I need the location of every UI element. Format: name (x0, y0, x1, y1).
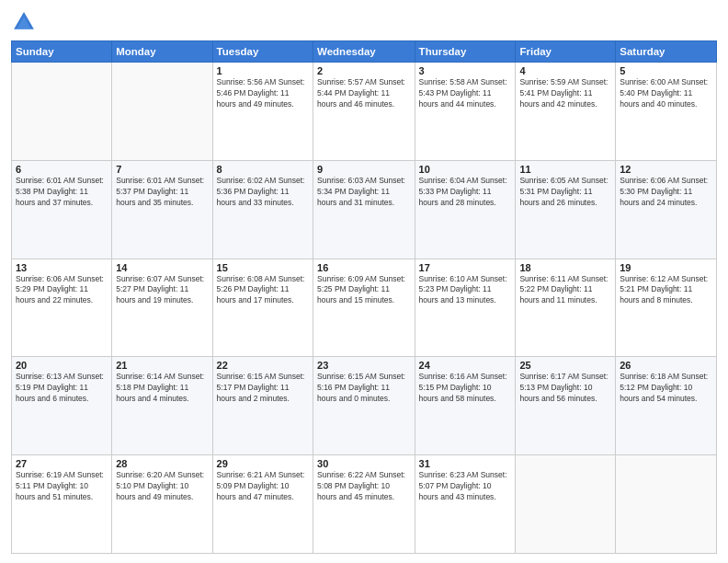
day-number: 17 (419, 262, 512, 273)
day-of-week-monday: Monday (112, 41, 212, 63)
day-number: 27 (16, 458, 108, 469)
day-info: Sunrise: 6:23 AM Sunset: 5:07 PM Dayligh… (419, 470, 512, 503)
calendar: SundayMondayTuesdayWednesdayThursdayFrid… (11, 40, 717, 554)
day-number: 20 (16, 360, 108, 371)
day-of-week-sunday: Sunday (12, 41, 112, 63)
day-cell: 24Sunrise: 6:16 AM Sunset: 5:15 PM Dayli… (415, 357, 516, 455)
day-cell: 25Sunrise: 6:17 AM Sunset: 5:13 PM Dayli… (516, 357, 616, 455)
day-cell: 7Sunrise: 6:01 AM Sunset: 5:37 PM Daylig… (112, 160, 212, 259)
day-of-week-saturday: Saturday (616, 41, 717, 63)
day-cell (516, 455, 616, 554)
day-cell: 9Sunrise: 6:03 AM Sunset: 5:34 PM Daylig… (313, 160, 415, 259)
week-row-5: 27Sunrise: 6:19 AM Sunset: 5:11 PM Dayli… (12, 455, 717, 554)
day-info: Sunrise: 6:11 AM Sunset: 5:22 PM Dayligh… (519, 274, 611, 307)
day-number: 5 (620, 65, 712, 76)
day-cell: 5Sunrise: 6:00 AM Sunset: 5:40 PM Daylig… (616, 63, 717, 161)
day-number: 11 (519, 164, 611, 175)
day-info: Sunrise: 6:04 AM Sunset: 5:33 PM Dayligh… (419, 176, 512, 209)
day-cell: 30Sunrise: 6:22 AM Sunset: 5:08 PM Dayli… (313, 455, 415, 554)
day-cell: 14Sunrise: 6:07 AM Sunset: 5:27 PM Dayli… (112, 259, 212, 357)
week-row-3: 13Sunrise: 6:06 AM Sunset: 5:29 PM Dayli… (12, 259, 717, 357)
day-number: 15 (217, 262, 309, 273)
day-number: 25 (519, 360, 611, 371)
logo-icon (11, 9, 37, 35)
day-info: Sunrise: 6:22 AM Sunset: 5:08 PM Dayligh… (317, 470, 411, 503)
day-info: Sunrise: 6:15 AM Sunset: 5:17 PM Dayligh… (217, 372, 309, 405)
day-number: 6 (16, 164, 108, 175)
day-info: Sunrise: 6:03 AM Sunset: 5:34 PM Dayligh… (317, 176, 411, 209)
day-number: 29 (217, 458, 309, 469)
day-info: Sunrise: 6:01 AM Sunset: 5:38 PM Dayligh… (16, 176, 108, 209)
day-number: 7 (116, 164, 208, 175)
day-number: 30 (317, 458, 411, 469)
day-cell: 6Sunrise: 6:01 AM Sunset: 5:38 PM Daylig… (12, 160, 112, 259)
logo (11, 9, 40, 35)
day-cell: 11Sunrise: 6:05 AM Sunset: 5:31 PM Dayli… (516, 160, 616, 259)
day-number: 23 (317, 360, 411, 371)
day-info: Sunrise: 6:20 AM Sunset: 5:10 PM Dayligh… (116, 470, 208, 503)
week-row-4: 20Sunrise: 6:13 AM Sunset: 5:19 PM Dayli… (12, 357, 717, 455)
day-number: 19 (620, 262, 712, 273)
day-info: Sunrise: 6:15 AM Sunset: 5:16 PM Dayligh… (317, 372, 411, 405)
header (11, 9, 717, 35)
day-cell: 8Sunrise: 6:02 AM Sunset: 5:36 PM Daylig… (212, 160, 313, 259)
day-info: Sunrise: 6:00 AM Sunset: 5:40 PM Dayligh… (620, 77, 712, 110)
day-cell: 22Sunrise: 6:15 AM Sunset: 5:17 PM Dayli… (212, 357, 313, 455)
day-info: Sunrise: 6:17 AM Sunset: 5:13 PM Dayligh… (519, 372, 611, 405)
day-cell: 3Sunrise: 5:58 AM Sunset: 5:43 PM Daylig… (415, 63, 516, 161)
day-cell (12, 63, 112, 161)
day-number: 18 (519, 262, 611, 273)
day-cell: 13Sunrise: 6:06 AM Sunset: 5:29 PM Dayli… (12, 259, 112, 357)
day-info: Sunrise: 5:57 AM Sunset: 5:44 PM Dayligh… (317, 77, 411, 110)
day-info: Sunrise: 6:12 AM Sunset: 5:21 PM Dayligh… (620, 274, 712, 307)
day-cell: 28Sunrise: 6:20 AM Sunset: 5:10 PM Dayli… (112, 455, 212, 554)
day-info: Sunrise: 6:16 AM Sunset: 5:15 PM Dayligh… (419, 372, 512, 405)
calendar-header-row: SundayMondayTuesdayWednesdayThursdayFrid… (12, 41, 717, 63)
day-of-week-wednesday: Wednesday (313, 41, 415, 63)
day-of-week-friday: Friday (516, 41, 616, 63)
day-info: Sunrise: 6:09 AM Sunset: 5:25 PM Dayligh… (317, 274, 411, 307)
week-row-1: 1Sunrise: 5:56 AM Sunset: 5:46 PM Daylig… (12, 63, 717, 161)
day-info: Sunrise: 5:56 AM Sunset: 5:46 PM Dayligh… (217, 77, 309, 110)
day-number: 14 (116, 262, 208, 273)
day-cell (616, 455, 717, 554)
day-cell: 17Sunrise: 6:10 AM Sunset: 5:23 PM Dayli… (415, 259, 516, 357)
day-number: 21 (116, 360, 208, 371)
day-cell: 19Sunrise: 6:12 AM Sunset: 5:21 PM Dayli… (616, 259, 717, 357)
day-info: Sunrise: 6:08 AM Sunset: 5:26 PM Dayligh… (217, 274, 309, 307)
day-number: 1 (217, 65, 309, 76)
day-cell: 27Sunrise: 6:19 AM Sunset: 5:11 PM Dayli… (12, 455, 112, 554)
week-row-2: 6Sunrise: 6:01 AM Sunset: 5:38 PM Daylig… (12, 160, 717, 259)
day-of-week-tuesday: Tuesday (212, 41, 313, 63)
day-info: Sunrise: 5:58 AM Sunset: 5:43 PM Dayligh… (419, 77, 512, 110)
day-cell: 18Sunrise: 6:11 AM Sunset: 5:22 PM Dayli… (516, 259, 616, 357)
day-number: 3 (419, 65, 512, 76)
day-info: Sunrise: 6:10 AM Sunset: 5:23 PM Dayligh… (419, 274, 512, 307)
day-number: 22 (217, 360, 309, 371)
day-cell (112, 63, 212, 161)
day-cell: 15Sunrise: 6:08 AM Sunset: 5:26 PM Dayli… (212, 259, 313, 357)
day-number: 9 (317, 164, 411, 175)
day-cell: 10Sunrise: 6:04 AM Sunset: 5:33 PM Dayli… (415, 160, 516, 259)
day-number: 28 (116, 458, 208, 469)
day-cell: 21Sunrise: 6:14 AM Sunset: 5:18 PM Dayli… (112, 357, 212, 455)
day-cell: 4Sunrise: 5:59 AM Sunset: 5:41 PM Daylig… (516, 63, 616, 161)
day-info: Sunrise: 6:14 AM Sunset: 5:18 PM Dayligh… (116, 372, 208, 405)
day-cell: 12Sunrise: 6:06 AM Sunset: 5:30 PM Dayli… (616, 160, 717, 259)
day-number: 24 (419, 360, 512, 371)
day-info: Sunrise: 6:01 AM Sunset: 5:37 PM Dayligh… (116, 176, 208, 209)
day-info: Sunrise: 6:06 AM Sunset: 5:29 PM Dayligh… (16, 274, 108, 307)
day-of-week-thursday: Thursday (415, 41, 516, 63)
day-info: Sunrise: 6:02 AM Sunset: 5:36 PM Dayligh… (217, 176, 309, 209)
day-cell: 1Sunrise: 5:56 AM Sunset: 5:46 PM Daylig… (212, 63, 313, 161)
day-info: Sunrise: 6:13 AM Sunset: 5:19 PM Dayligh… (16, 372, 108, 405)
day-info: Sunrise: 6:21 AM Sunset: 5:09 PM Dayligh… (217, 470, 309, 503)
day-info: Sunrise: 6:18 AM Sunset: 5:12 PM Dayligh… (620, 372, 712, 405)
day-number: 13 (16, 262, 108, 273)
day-number: 10 (419, 164, 512, 175)
day-number: 4 (519, 65, 611, 76)
day-cell: 23Sunrise: 6:15 AM Sunset: 5:16 PM Dayli… (313, 357, 415, 455)
day-info: Sunrise: 5:59 AM Sunset: 5:41 PM Dayligh… (519, 77, 611, 110)
page: SundayMondayTuesdayWednesdayThursdayFrid… (0, 0, 728, 563)
day-number: 31 (419, 458, 512, 469)
